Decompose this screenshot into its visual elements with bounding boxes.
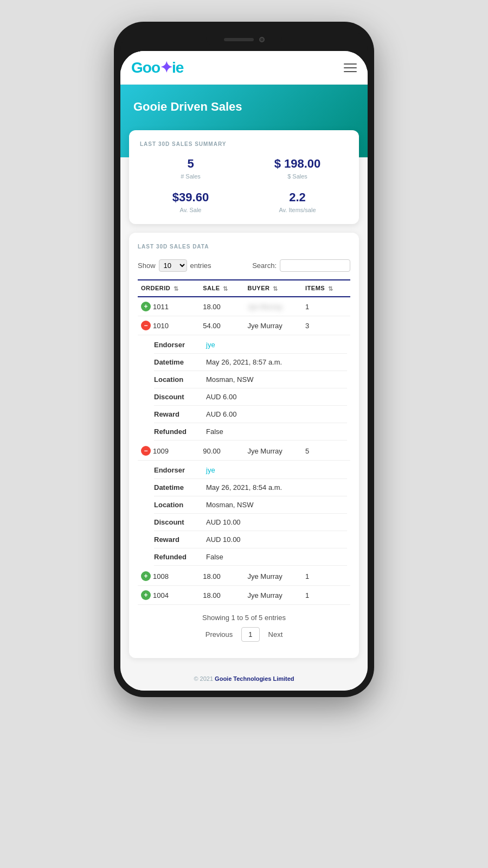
table-row[interactable]: + 1008 18.00 Jye Murray 1 (138, 567, 350, 586)
dollar-sales-label: $ Sales (247, 173, 348, 180)
col-orderid[interactable]: ORDERID ⇅ (138, 280, 200, 297)
detail-reward-row: Reward AUD 6.00 (154, 406, 347, 423)
detail-datetime-row: Datetime May 26, 2021, 8:57 a.m. (154, 354, 347, 371)
cell-orderid: + 1011 (138, 297, 200, 316)
cell-orderid: − 1010 (138, 316, 200, 335)
detail-endorser-label-2: Endorser (154, 462, 203, 479)
previous-button[interactable]: Previous (199, 628, 240, 641)
detail-reward-value-2: AUD 10.00 (203, 531, 347, 548)
cell-buyer: Jye Murray (244, 442, 302, 461)
table-row[interactable]: + 1004 18.00 Jye Murray 1 (138, 586, 350, 605)
detail-datetime-row-2: Datetime May 26, 2021, 8:54 a.m. (154, 479, 347, 496)
av-sale-label: Av. Sale (140, 207, 241, 213)
hamburger-line-2 (344, 67, 357, 68)
summary-item-av-sale: $39.60 Av. Sale (140, 190, 241, 213)
phone-notch (120, 28, 368, 51)
detail-discount-row-2: Discount AUD 10.00 (154, 514, 347, 531)
table-row[interactable]: + 1011 18.00 Jye Murray 1 (138, 297, 350, 316)
table-row[interactable]: − 1010 54.00 Jye Murray 3 (138, 316, 350, 335)
col-buyer[interactable]: BUYER ⇅ (244, 280, 302, 297)
detail-endorser-value-2: jye (203, 462, 347, 479)
detail-discount-value-2: AUD 10.00 (203, 514, 347, 531)
cell-items: 1 (302, 297, 350, 316)
cell-orderid: − 1009 (138, 442, 200, 461)
detail-location-row: Location Mosman, NSW (154, 371, 347, 388)
col-sale[interactable]: SALE ⇅ (200, 280, 244, 297)
detail-datetime-label-2: Datetime (154, 479, 203, 496)
entries-label: entries (190, 261, 211, 270)
detail-refunded-label: Refunded (154, 423, 203, 441)
cell-items: 1 (302, 567, 350, 586)
page-1-button[interactable]: 1 (241, 627, 259, 642)
status-icon-green: + (141, 571, 151, 581)
app-footer: © 2021 Gooie Technologies Limited (120, 667, 368, 691)
cell-sale: 18.00 (200, 586, 244, 605)
hamburger-line-3 (344, 71, 357, 72)
detail-datetime-label: Datetime (154, 354, 203, 371)
detail-discount-row: Discount AUD 6.00 (154, 388, 347, 406)
entries-select[interactable]: 10 25 50 100 (159, 259, 187, 272)
dollar-sales-value: $ 198.00 (247, 157, 348, 171)
detail-refunded-label-2: Refunded (154, 548, 203, 566)
speaker (224, 38, 254, 41)
blurred-buyer: Jye Murray (247, 303, 282, 311)
cell-buyer: Jye Murray (244, 316, 302, 335)
cell-buyer: Jye Murray (244, 586, 302, 605)
data-section-title: LAST 30D SALES DATA (138, 244, 350, 250)
detail-reward-label: Reward (154, 406, 203, 423)
detail-location-value-2: Mosman, NSW (203, 496, 347, 514)
sort-buyer-icon: ⇅ (273, 285, 278, 292)
av-items-label: Av. Items/sale (247, 207, 348, 213)
notch (206, 32, 282, 47)
status-icon-green: + (141, 302, 151, 311)
status-icon-red: − (141, 321, 151, 330)
summary-item-dollar-sales: $ 198.00 $ Sales (247, 157, 348, 180)
sales-count-label: # Sales (140, 173, 241, 180)
page-title: Gooie Driven Sales (133, 100, 355, 114)
cell-orderid: + 1004 (138, 586, 200, 605)
phone-screen: Goo✦ie Gooie Driven Sales LAST 30D SALES… (120, 51, 368, 691)
status-icon-green: + (141, 590, 151, 600)
av-sale-value: $39.60 (140, 190, 241, 205)
detail-location-label-2: Location (154, 496, 203, 514)
show-entries-control: Show 10 25 50 100 entries (138, 259, 211, 272)
detail-endorser-row-2: Endorser jye (154, 462, 347, 479)
detail-refunded-row: Refunded False (154, 423, 347, 441)
search-input[interactable] (280, 259, 350, 272)
menu-button[interactable] (344, 63, 357, 72)
table-header-row: ORDERID ⇅ SALE ⇅ BUYER ⇅ ITEMS ⇅ (138, 280, 350, 297)
next-button[interactable]: Next (262, 628, 290, 641)
cell-items: 3 (302, 316, 350, 335)
cell-items: 5 (302, 442, 350, 461)
av-items-value: 2.2 (247, 190, 348, 205)
table-row[interactable]: − 1009 90.00 Jye Murray 5 (138, 442, 350, 461)
col-items[interactable]: ITEMS ⇅ (302, 280, 350, 297)
detail-discount-value: AUD 6.00 (203, 388, 347, 406)
footer-link[interactable]: Gooie Technologies Limited (215, 675, 294, 682)
summary-item-sales-count: 5 # Sales (140, 157, 241, 180)
summary-card: LAST 30D SALES SUMMARY 5 # Sales $ 198.0… (129, 130, 359, 224)
detail-discount-label: Discount (154, 388, 203, 406)
summary-item-av-items: 2.2 Av. Items/sale (247, 190, 348, 213)
sort-sale-icon: ⇅ (223, 285, 228, 292)
app-header: Goo✦ie (120, 51, 368, 85)
detail-location-label: Location (154, 371, 203, 388)
detail-cell: Endorser jye Datetime May 26, 2021, 8:57… (138, 335, 350, 442)
pagination-controls: Previous 1 Next (138, 627, 350, 642)
detail-discount-label-2: Discount (154, 514, 203, 531)
summary-section-title: LAST 30D SALES SUMMARY (140, 141, 348, 147)
summary-grid: 5 # Sales $ 198.00 $ Sales $39.60 Av. Sa… (140, 157, 348, 213)
cell-sale: 18.00 (200, 567, 244, 586)
detail-row: Endorser jye Datetime May 26, 2021, 8:57… (138, 335, 350, 442)
camera (259, 37, 265, 42)
detail-endorser-row: Endorser jye (154, 336, 347, 354)
detail-datetime-value-2: May 26, 2021, 8:54 a.m. (203, 479, 347, 496)
cell-orderid: + 1008 (138, 567, 200, 586)
detail-refunded-value-2: False (203, 548, 347, 566)
cell-items: 1 (302, 586, 350, 605)
sales-table: ORDERID ⇅ SALE ⇅ BUYER ⇅ ITEMS ⇅ (138, 279, 350, 605)
table-controls: Show 10 25 50 100 entries Search: (138, 259, 350, 272)
search-control: Search: (252, 259, 350, 272)
pagination-info: Showing 1 to 5 of 5 entries (138, 614, 350, 622)
phone-frame: Goo✦ie Gooie Driven Sales LAST 30D SALES… (114, 22, 374, 697)
